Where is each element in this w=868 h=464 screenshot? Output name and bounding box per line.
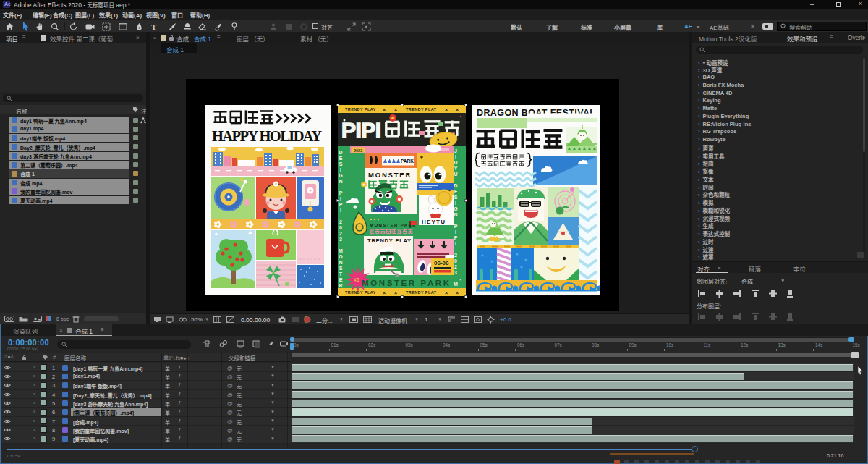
svg-text:MONSTER PARK: MONSTER PARK bbox=[370, 223, 417, 227]
svg-text:PARK: PARK bbox=[401, 159, 414, 164]
svg-text:MONSTER: MONSTER bbox=[368, 171, 412, 179]
svg-text:HAPPY HOLIDAY: HAPPY HOLIDAY bbox=[212, 128, 322, 144]
svg-text:JIUYU DESIGN PIPI 2023 M: JIUYU DESIGN PIPI 2023 M bbox=[453, 148, 458, 287]
svg-text:TRENDY PLAY: TRENDY PLAY bbox=[406, 290, 437, 295]
svg-text:TRENDY PLAY: TRENDY PLAY bbox=[345, 290, 376, 295]
svg-text:DESIGN PIPI 2023 MONSTER: DESIGN PIPI 2023 MONSTER bbox=[338, 150, 343, 289]
svg-text:×: × bbox=[445, 107, 448, 112]
svg-text:2022: 2022 bbox=[354, 148, 362, 153]
svg-text:×: × bbox=[394, 290, 397, 295]
svg-text:#5: #5 bbox=[354, 277, 359, 282]
svg-text:×: × bbox=[445, 290, 448, 295]
svg-text:TRENDY PLAY: TRENDY PLAY bbox=[345, 107, 376, 111]
svg-text:HEYTU: HEYTU bbox=[422, 219, 446, 225]
svg-text:×: × bbox=[459, 277, 462, 282]
svg-text:×: × bbox=[383, 107, 386, 112]
svg-text:MONSTER PARK: MONSTER PARK bbox=[362, 279, 451, 287]
svg-text:×: × bbox=[340, 277, 343, 282]
svg-text:×: × bbox=[383, 290, 386, 295]
svg-text:TRENDY PLAY: TRENDY PLAY bbox=[406, 107, 437, 111]
svg-text:06-06: 06-06 bbox=[434, 260, 449, 266]
svg-text:×: × bbox=[456, 290, 459, 295]
svg-text:×: × bbox=[394, 107, 397, 112]
svg-text:PIPI: PIPI bbox=[341, 118, 381, 142]
svg-text:TRENDY PLAY: TRENDY PLAY bbox=[367, 237, 412, 244]
svg-text:×: × bbox=[456, 107, 459, 112]
